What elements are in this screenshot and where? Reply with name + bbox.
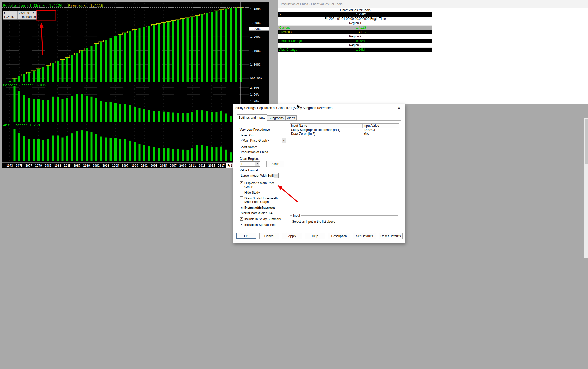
svg-text:1985: 1985 [64, 164, 71, 167]
svg-text:2005: 2005 [160, 164, 167, 167]
svg-text:1.20%: 1.20% [250, 100, 259, 103]
chart-title-main: Population of China: 1.412G [3, 3, 62, 8]
chevron-down-icon: ▼ [255, 162, 259, 166]
svg-text:1977: 1977 [25, 164, 33, 167]
values-row-label: Percent Change [279, 39, 302, 43]
svg-text:1.258G: 1.258G [250, 27, 261, 31]
chart-region-label: Chart Region: [240, 157, 259, 161]
scrollbar-thumb[interactable] [585, 119, 588, 164]
svg-text:1981: 1981 [45, 164, 52, 167]
dialog-titlebar[interactable]: Study Settings: Population of China. ID:… [233, 104, 405, 112]
values-table-title: Chart Values for Tools [278, 8, 432, 12]
input-name-cell: Draw Zeros (In:2) [290, 132, 363, 136]
svg-text:2017: 2017 [218, 164, 225, 167]
checked-checkbox-icon[interactable]: ✓ [240, 223, 243, 226]
checkbox-display-as-main-price-graph[interactable]: ✓Display As Main Price Graph [240, 181, 283, 189]
value-format-select[interactable]: Large Integer With Suffix ▼ [240, 173, 279, 178]
inputs-table-header: Input Name Input Value [290, 124, 399, 128]
reset-defaults-button[interactable]: Reset Defaults [379, 233, 403, 239]
set-defaults-button[interactable]: Set Defaults [353, 233, 376, 239]
svg-text:1999: 1999 [131, 164, 138, 167]
short-name-label: Short Name: [240, 145, 257, 149]
checkbox-include-in-study-summary[interactable]: ✓Include in Study Summary [240, 217, 281, 221]
values-row-label: Previous [279, 30, 292, 34]
tooltip-time: 00:00:00 [18, 15, 37, 19]
svg-text:1993: 1993 [102, 164, 109, 167]
unchecked-checkbox-icon[interactable] [240, 196, 243, 200]
values-section-row: Region 1 [278, 21, 432, 26]
based-on-select[interactable]: <Main Price Graph> ▼ [240, 138, 286, 143]
values-row-current: Current1.412G [278, 26, 432, 30]
svg-text:2.00%: 2.00% [250, 86, 259, 90]
svg-text:1.200G: 1.200G [250, 35, 261, 39]
scale-button[interactable]: Scale [266, 161, 284, 167]
checkbox-include-in-spreadsheet[interactable]: ✓Include in Spreadsheet [240, 223, 276, 227]
chart-values-table: Chart Values for ToolsY1.258GFri 2021-01… [278, 8, 432, 52]
help-button[interactable]: Help [305, 233, 325, 239]
svg-text:2001: 2001 [141, 164, 148, 167]
values-row-label: Abs. Change [279, 48, 297, 52]
checked-checkbox-icon[interactable]: ✓ [240, 181, 243, 185]
unchecked-checkbox-icon[interactable] [240, 191, 243, 194]
close-icon[interactable]: ✕ [398, 106, 400, 110]
checkbox-hide-study[interactable]: Hide Study [240, 191, 260, 194]
chart-title: Population of China: 1.412G Previous: 1.… [3, 3, 103, 8]
tooltip-value: 1.258G [3, 15, 18, 19]
values-row-value: 1.258G [356, 12, 366, 17]
svg-text:1.60%: 1.60% [250, 93, 259, 96]
values-row-value: 1.412G [356, 26, 366, 30]
inputs-table: Input Name Input Value Study Subgraph to… [290, 123, 399, 213]
svg-text:1975: 1975 [16, 164, 23, 167]
values-window-titlebar[interactable]: Population of China - Chart Values For T… [278, 0, 588, 8]
crosshair-values-box: Y 2021-01-01 1.258G 00:00:00 [3, 11, 37, 20]
values-section-row: Region 2 [278, 34, 432, 39]
value-format-value: Large Integer With Suffix [241, 174, 275, 177]
tab-settings-and-inputs[interactable]: Settings and Inputs [237, 114, 267, 121]
region2-title: Percent Change: 0.09% [3, 83, 46, 87]
input-name-header[interactable]: Input Name [290, 124, 363, 128]
ok-button[interactable]: OK [236, 233, 256, 239]
region3-title: Abs. Change: 1.26M [3, 123, 40, 127]
chart-panel[interactable]: 1.400G1.300G1.200G1.100G1.000G900.00M1.2… [2, 2, 269, 168]
values-section-row: Region 3 [278, 43, 432, 48]
dll-function-label: DLLName.FunctionName [240, 206, 275, 210]
input-value-header[interactable]: Input Value [363, 124, 399, 128]
checkbox-label: Hide Study [244, 191, 260, 194]
description-button[interactable]: Description [328, 233, 350, 239]
short-name-input[interactable] [240, 150, 286, 155]
column-divider [355, 26, 355, 30]
dialog-title: Study Settings: Population of China. ID:… [235, 106, 333, 110]
input-row[interactable]: Study Subgraph to Reference (In:1)ID0.SG… [290, 128, 399, 132]
chevron-down-icon: ▼ [282, 138, 286, 143]
values-row-y: Y1.258G [278, 12, 432, 17]
svg-text:1991: 1991 [93, 164, 100, 167]
svg-text:2011: 2011 [189, 164, 196, 167]
based-on-value: <Main Price Graph> [241, 139, 269, 142]
values-row-percent-change: Percent Change0.09% [278, 39, 432, 43]
column-divider [363, 128, 363, 213]
checked-checkbox-icon[interactable]: ✓ [240, 217, 243, 221]
svg-text:1995: 1995 [112, 164, 119, 167]
values-row-previous: Previous1.411G [278, 30, 432, 34]
checkbox-label: Draw Study Underneath Main Price Graph [244, 196, 283, 204]
chart-region-select[interactable]: 1 ▼ [240, 161, 260, 167]
checkbox-draw-study-underneath-main-price-graph[interactable]: Draw Study Underneath Main Price Graph [240, 196, 283, 204]
cancel-button[interactable]: Cancel [259, 233, 279, 239]
svg-text:1973: 1973 [6, 164, 13, 167]
values-row-label: Current [279, 26, 290, 30]
input-group-box: Input Select an input in the list above [290, 215, 398, 227]
tab-subgraphs[interactable]: Subgraphs [267, 115, 286, 121]
dialog-buttons: OKCancelApplyHelpDescriptionSet Defaults… [236, 233, 403, 239]
chart-values-window: Population of China - Chart Values For T… [278, 0, 588, 104]
apply-button[interactable]: Apply [282, 233, 302, 239]
dll-function-input[interactable] [240, 211, 286, 215]
input-row[interactable]: Draw Zeros (In:2)Yes [290, 132, 399, 136]
vertical-scrollbar[interactable] [584, 118, 588, 258]
svg-text:2003: 2003 [151, 164, 158, 167]
svg-text:1997: 1997 [122, 164, 129, 167]
svg-text:1.000G: 1.000G [250, 63, 261, 66]
svg-text:2013: 2013 [199, 164, 206, 167]
tab-alerts[interactable]: Alerts [286, 115, 297, 121]
inputs-table-body: Study Subgraph to Reference (In:1)ID0.SG… [290, 128, 399, 136]
values-row-value: 1.26M [356, 48, 365, 52]
